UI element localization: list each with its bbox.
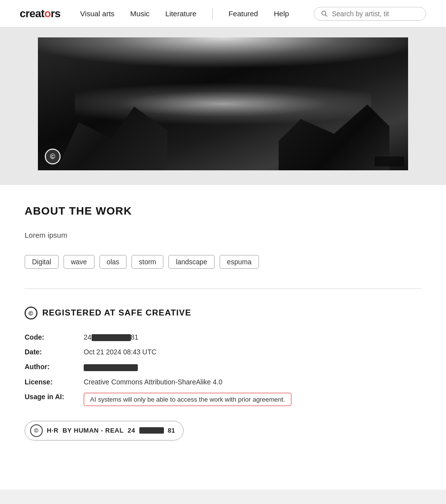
safe-creative-section: © REGISTERED AT SAFE CREATIVE Code: 24 8… [25, 307, 421, 441]
nav-help[interactable]: Help [274, 9, 289, 18]
code-suffix: 81 [131, 333, 139, 341]
author-label: Author: [25, 363, 84, 371]
safe-creative-title-text: REGISTERED AT SAFE CREATIVE [42, 308, 191, 318]
footer-badge-code-prefix: 24 [127, 427, 135, 434]
tag-espuma[interactable]: espuma [220, 255, 259, 269]
svg-line-1 [325, 14, 327, 16]
nav-literature[interactable]: Literature [165, 9, 196, 18]
ai-usage-value: AI systems will only be able to access t… [84, 393, 421, 406]
date-label: Date: [25, 348, 84, 356]
tag-landscape[interactable]: landscape [168, 255, 215, 269]
author-value [84, 363, 421, 371]
hero-bg [38, 37, 408, 170]
footer-human-real-badge: © H·R BY HUMAN - REAL 24 81 [25, 421, 184, 441]
ai-usage-badge: AI systems will only be able to access t… [84, 393, 291, 406]
nav-featured[interactable]: Featured [228, 9, 258, 18]
hero-copyright-badge: © [45, 149, 61, 164]
svg-point-0 [322, 11, 326, 15]
site-header: creators Visual arts Music Literature Fe… [0, 0, 446, 28]
safe-creative-icon: © [25, 307, 37, 319]
footer-badge-label: BY HUMAN - REAL [63, 427, 124, 434]
hero-section: © [0, 28, 446, 185]
tags-container: Digital wave olas storm landscape espuma [25, 255, 421, 269]
ai-usage-label: Usage in AI: [25, 393, 84, 406]
section-divider [25, 288, 421, 289]
tag-wave[interactable]: wave [64, 255, 95, 269]
footer-badge-icon: © [30, 424, 43, 437]
code-value: 24 81 [84, 333, 421, 341]
hero-bottom-right-block [375, 157, 404, 166]
date-value: Oct 21 2024 08:43 UTC [84, 348, 421, 356]
code-prefix: 24 [84, 333, 92, 341]
footer-badge-redacted [139, 427, 164, 434]
wave-foam [75, 77, 371, 130]
hero-image: © [38, 37, 408, 170]
nav-music[interactable]: Music [130, 9, 150, 18]
tag-storm[interactable]: storm [131, 255, 163, 269]
search-box[interactable] [314, 7, 426, 21]
about-section: ABOUT THE WORK Lorem ipsum Digital wave … [25, 205, 421, 269]
search-input[interactable] [332, 10, 419, 18]
license-label: License: [25, 378, 84, 386]
nav-visual-arts[interactable]: Visual arts [80, 9, 115, 18]
footer-badge-code-suffix: 81 [168, 427, 175, 434]
license-value: Creative Commons Attribution-ShareAlike … [84, 378, 421, 386]
nav-divider [212, 8, 213, 20]
main-nav: Visual arts Music Literature Featured He… [80, 8, 314, 20]
author-redacted [84, 364, 138, 371]
code-redacted [92, 334, 131, 341]
footer-badge-type: H·R [47, 427, 59, 434]
code-label: Code: [25, 333, 84, 341]
tag-olas[interactable]: olas [99, 255, 127, 269]
safe-creative-title: © REGISTERED AT SAFE CREATIVE [25, 307, 421, 319]
safe-creative-info-table: Code: 24 81 Date: Oct 21 2024 08:43 UTC … [25, 333, 421, 406]
search-icon [321, 10, 328, 18]
about-title: ABOUT THE WORK [25, 205, 421, 218]
content-section: ABOUT THE WORK Lorem ipsum Digital wave … [0, 185, 446, 490]
site-logo[interactable]: creators [20, 7, 61, 20]
about-description: Lorem ipsum [25, 229, 421, 241]
tag-digital[interactable]: Digital [25, 255, 59, 269]
